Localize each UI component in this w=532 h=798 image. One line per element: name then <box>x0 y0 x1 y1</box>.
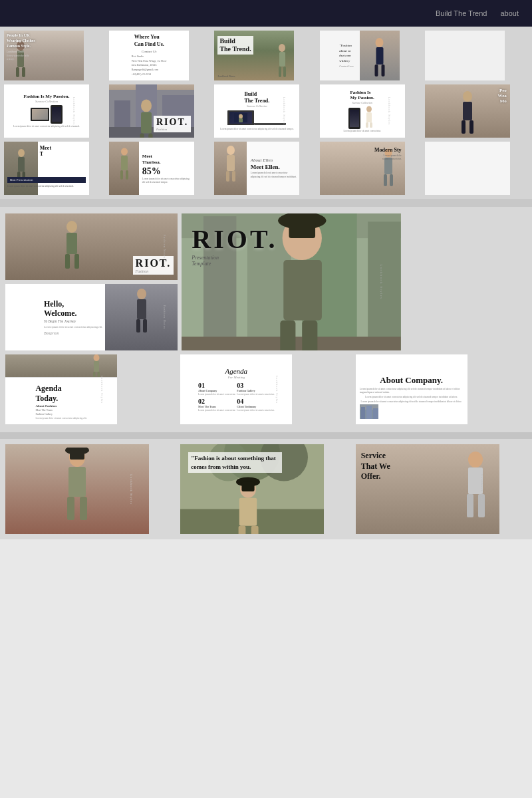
slide-meet-tharissa[interactable]: MeetTharissa. 85% Lorem ipsum dolor sit … <box>109 142 194 195</box>
svg-rect-62 <box>368 221 400 350</box>
svg-point-4 <box>279 44 285 52</box>
svg-rect-81 <box>67 497 74 520</box>
svg-rect-71 <box>94 361 99 372</box>
lookbook-sidebar-bottom1: Lookbook Styles <box>130 474 134 505</box>
svg-rect-56 <box>143 319 147 332</box>
svg-rect-24 <box>239 118 243 122</box>
svg-point-18 <box>141 99 152 112</box>
svg-point-70 <box>94 354 100 361</box>
slide-modern-style[interactable]: Modern Sty Lorem ipsum dolorsit amet con… <box>320 142 405 195</box>
slide-about-company[interactable]: About Company. Lorem ipsum dolor sit ame… <box>356 354 467 424</box>
svg-rect-52 <box>74 254 79 269</box>
svg-rect-47 <box>384 174 387 186</box>
fashion-notes-sidebar: Fashion Notes <box>163 235 166 259</box>
svg-point-37 <box>121 148 128 156</box>
lookbook-sidebar-bottom3: Lookbook Styles <box>480 474 483 505</box>
svg-rect-6 <box>279 66 281 77</box>
slide-people-wear[interactable]: PeoWeaMo <box>425 84 510 138</box>
svg-rect-98 <box>467 494 473 517</box>
slide-build-trend2[interactable]: BuildThe Trend. Sunrose Collection Lorem… <box>214 84 299 138</box>
svg-point-41 <box>227 146 235 155</box>
svg-rect-92 <box>239 526 246 534</box>
svg-rect-77 <box>366 406 372 419</box>
about-link[interactable]: about <box>500 9 519 17</box>
svg-rect-5 <box>279 52 285 66</box>
lookbook-sidebar-hero: Lookbook Styles <box>380 264 383 299</box>
svg-rect-51 <box>65 254 70 269</box>
svg-rect-73 <box>98 372 100 377</box>
svg-rect-50 <box>66 233 77 254</box>
svg-rect-69 <box>289 221 316 238</box>
svg-rect-43 <box>226 171 229 182</box>
svg-rect-20 <box>140 134 144 138</box>
riot-presentation-badge: Riot Presentation <box>7 177 86 183</box>
svg-rect-78 <box>373 408 378 419</box>
lookbook-sidebar-agenda2: Lookbook Styles <box>275 375 279 403</box>
svg-rect-76 <box>361 407 365 419</box>
fashion-notes-sidebar2: Fashion Notes <box>163 305 166 329</box>
svg-rect-84 <box>70 450 84 460</box>
top-navigation: Build The Trend about <box>0 0 532 27</box>
slide-fashion-quote-top[interactable]: "Fashionabout sothat comwithin y Contact… <box>320 31 400 80</box>
svg-rect-55 <box>136 319 140 332</box>
slide-fashion-passion1[interactable]: Fashion Is My Passion. Sunrose Collectio… <box>4 84 89 138</box>
slide-meet-ellen[interactable]: About Ellen Meet Ellen. Lorem ipsum dolo… <box>214 142 299 195</box>
svg-point-23 <box>239 114 243 119</box>
svg-rect-80 <box>68 467 86 497</box>
svg-rect-95 <box>242 482 255 491</box>
slide-build-trend-top[interactable]: BuildThe Trend. Lookbook Times <box>214 31 294 80</box>
slide-riot-small-preview[interactable]: RIOT. Fashion Fashion Notes <box>5 213 178 280</box>
slide-riot-main[interactable]: RIOT. Fashion <box>109 84 194 138</box>
svg-point-29 <box>463 91 472 102</box>
svg-rect-44 <box>232 171 235 182</box>
slide-people-uk[interactable]: People In UKWearing ClothesFamous Style.… <box>4 31 84 80</box>
slide-bottom-fashion1[interactable]: Lookbook Styles <box>5 444 149 534</box>
svg-point-49 <box>66 221 77 233</box>
svg-rect-2 <box>16 67 19 77</box>
svg-point-96 <box>468 452 483 467</box>
svg-rect-67 <box>303 321 318 350</box>
svg-rect-7 <box>283 66 286 77</box>
lookbook-sidebar-agenda: Lookbook Styles <box>100 375 103 403</box>
slide-service-offer[interactable]: ServiceThat WeOffer. Lookbook Styles <box>356 444 499 534</box>
slide-riot-hero-large[interactable]: RIOT. PresentationTemplate Lookbook Styl… <box>182 213 401 350</box>
lookbook-sidebar-mid1: Lookbook Styles <box>72 97 75 125</box>
svg-rect-27 <box>366 122 368 128</box>
svg-rect-66 <box>281 321 296 350</box>
svg-rect-32 <box>469 120 473 134</box>
slide-blank-top <box>425 31 505 80</box>
svg-rect-72 <box>93 372 96 377</box>
svg-rect-42 <box>227 155 235 171</box>
svg-rect-34 <box>18 157 25 172</box>
slide-hello-welcome[interactable]: Hello,Welcome. To Begin The Journey Lore… <box>5 284 178 350</box>
svg-rect-38 <box>121 156 128 170</box>
svg-rect-30 <box>463 102 472 120</box>
svg-point-33 <box>18 149 25 157</box>
svg-rect-11 <box>381 65 384 76</box>
slide-bottom-quote[interactable]: "Fashion is about something that comes f… <box>180 444 324 534</box>
svg-rect-54 <box>137 299 146 319</box>
svg-rect-21 <box>148 134 152 138</box>
slide-agenda-today[interactable]: AgendaToday. About Fashion Meet The Team… <box>5 354 117 424</box>
svg-rect-82 <box>80 497 87 520</box>
svg-rect-31 <box>462 120 466 134</box>
svg-point-53 <box>137 289 146 299</box>
svg-rect-26 <box>366 112 372 122</box>
svg-rect-48 <box>390 174 393 186</box>
svg-rect-28 <box>370 122 372 128</box>
svg-rect-3 <box>22 67 25 77</box>
build-trend-link[interactable]: Build The Trend <box>436 9 487 17</box>
slide-blank-bot <box>425 142 510 195</box>
lookbook-sidebar-mid3: Lookbook Styles <box>283 97 286 125</box>
slide-find-us[interactable]: Where YouCan Find Us. Contact Us Riot St… <box>109 31 189 80</box>
svg-rect-19 <box>141 112 152 134</box>
slide-agenda-detail[interactable]: Agenda For Meeting 01 About Company Lore… <box>180 354 292 424</box>
svg-rect-40 <box>126 170 128 180</box>
svg-rect-93 <box>251 526 259 534</box>
lookbook-sidebar-mid4: Lookbook Styles <box>388 97 391 125</box>
slide-meet-riot-presentation[interactable]: MeetT Riot Presentation Lorem ipsum dolo… <box>4 142 89 195</box>
svg-point-25 <box>366 106 372 112</box>
slide-fashion-passion2[interactable]: Fashion IsMy Passion. Sunrose Collection… <box>320 84 405 138</box>
svg-rect-91 <box>239 498 257 526</box>
svg-rect-65 <box>284 260 323 321</box>
